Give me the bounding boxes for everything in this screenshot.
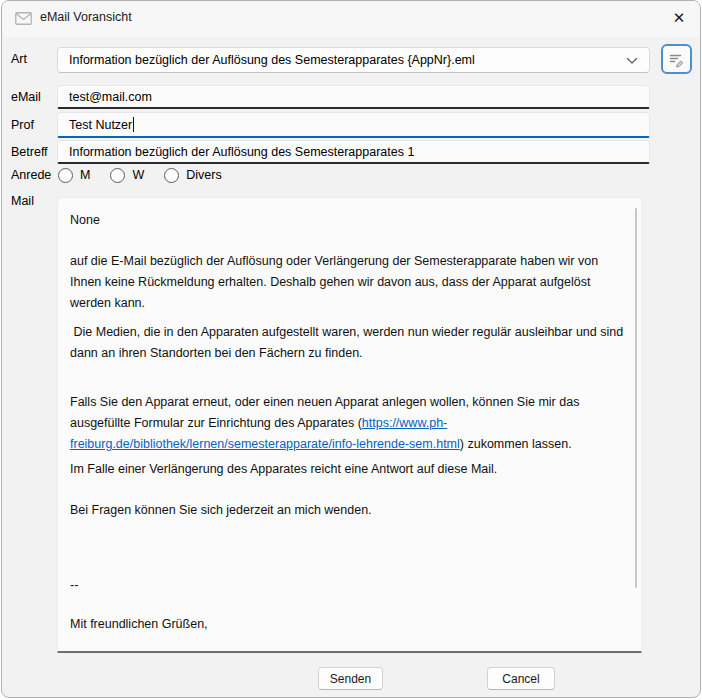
close-icon[interactable]: ✕ <box>662 3 696 33</box>
prof-input[interactable]: Test Nutzer <box>57 112 650 138</box>
mail-paragraph: Im Falle einer Verlängerung des Apparate… <box>70 459 625 480</box>
send-button[interactable]: Senden <box>318 667 383 690</box>
chevron-down-icon <box>626 57 638 65</box>
mail-paragraph: auf die E-Mail bezüglich der Auflösung o… <box>70 251 625 314</box>
prof-input-value: Test Nutzer <box>69 118 132 132</box>
mail-paragraph: -- <box>70 575 625 596</box>
anrede-label: Anrede <box>11 168 51 182</box>
mail-body[interactable]: Noneauf die E-Mail bezüglich der Auflösu… <box>57 197 642 653</box>
anrede-radio-label: Divers <box>186 168 221 182</box>
mail-paragraph: Bei Fragen können Sie sich jederzeit an … <box>70 500 625 521</box>
email-preview-dialog: eMail Voransicht ✕ Art Information bezüg… <box>1 0 701 698</box>
envelope-icon <box>15 12 32 25</box>
mail-body-content: Noneauf die E-Mail bezüglich der Auflösu… <box>70 210 625 653</box>
mail-paragraph: Falls Sie den Apparat erneut, oder einen… <box>70 392 625 455</box>
anrede-options: MWDivers <box>58 164 242 186</box>
titlebar: eMail Voransicht ✕ <box>2 1 700 37</box>
mail-body-link[interactable]: https://www.ph-freiburg.de/bibliothek/le… <box>70 416 460 451</box>
text-caret <box>133 117 134 132</box>
prof-label: Prof <box>11 118 34 132</box>
mail-paragraph: None <box>70 210 625 231</box>
betreff-input-value: Information bezüglich der Auflösung des … <box>69 145 414 159</box>
window-title: eMail Voransicht <box>40 10 132 24</box>
mail-paragraph: Alexander Kirchner <box>70 649 625 653</box>
edit-template-button[interactable] <box>661 44 692 74</box>
betreff-label: Betreff <box>11 145 48 159</box>
mail-paragraph: Die Medien, die in den Apparaten aufgest… <box>70 322 625 364</box>
anrede-radio-divers[interactable] <box>164 168 179 183</box>
anrede-radio-label: M <box>80 168 90 182</box>
email-input-value: test@mail.com <box>69 90 152 104</box>
email-label: eMail <box>11 90 41 104</box>
email-input[interactable]: test@mail.com <box>57 85 650 109</box>
anrede-radio-w[interactable] <box>110 168 125 183</box>
anrede-radio-m[interactable] <box>58 168 73 183</box>
art-dropdown-value: Information bezüglich der Auflösung des … <box>69 53 475 67</box>
art-dropdown[interactable]: Information bezüglich der Auflösung des … <box>57 47 650 73</box>
mail-paragraph: Mit freundlichen Grüßen, <box>70 614 625 635</box>
betreff-input[interactable]: Information bezüglich der Auflösung des … <box>57 140 650 164</box>
mail-scrollbar[interactable] <box>635 208 637 588</box>
anrede-radio-label: W <box>132 168 144 182</box>
art-label: Art <box>11 52 27 66</box>
edit-list-icon <box>668 51 685 68</box>
mail-label: Mail <box>11 194 34 208</box>
cancel-button[interactable]: Cancel <box>487 667 555 690</box>
